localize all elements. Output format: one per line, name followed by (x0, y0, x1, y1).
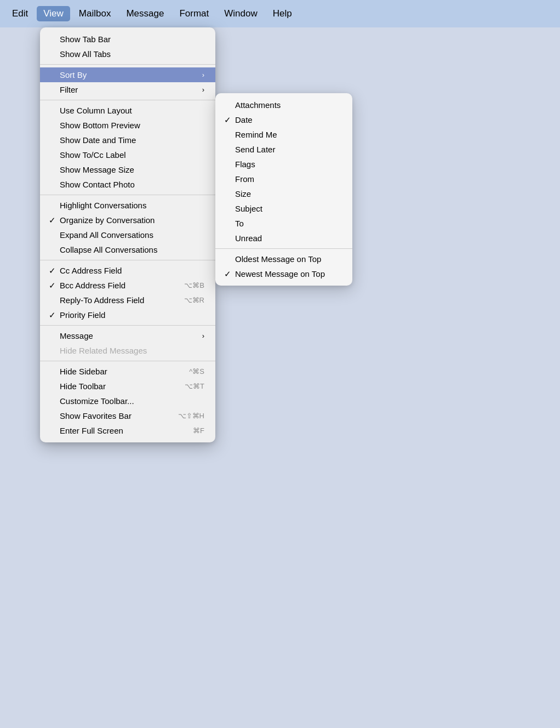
submenu-item-oldest-message-on-top[interactable]: Oldest Message on Top (215, 252, 352, 266)
organize-by-conversation-label: Organize by Conversation (60, 215, 155, 225)
submenu-item-date[interactable]: ✓ Date (215, 112, 352, 127)
hide-related-messages-label: Hide Related Messages (60, 346, 147, 355)
reply-to-address-field-label: Reply-To Address Field (60, 295, 144, 305)
unread-label: Unread (235, 234, 262, 243)
menu-item-show-bottom-preview[interactable]: Show Bottom Preview (40, 118, 215, 133)
show-contact-photo-label: Show Contact Photo (60, 180, 135, 189)
hide-toolbar-shortcut: ⌥⌘T (185, 382, 204, 390)
menu-item-highlight-conversations[interactable]: Highlight Conversations (40, 198, 215, 213)
menubar-item-help[interactable]: Help (266, 6, 299, 21)
hide-sidebar-label: Hide Sidebar (60, 367, 107, 376)
newest-message-on-top-check-icon: ✓ (224, 269, 231, 279)
use-column-layout-label: Use Column Layout (60, 106, 132, 115)
hide-sidebar-shortcut: ^⌘S (189, 367, 204, 376)
submenu-item-newest-message-on-top[interactable]: ✓ Newest Message on Top (215, 266, 352, 281)
menu-item-priority-field[interactable]: ✓ Priority Field (40, 308, 215, 322)
menu-item-show-favorites-bar[interactable]: Show Favorites Bar ⌥⇧⌘H (40, 408, 215, 423)
submenu-item-from[interactable]: From (215, 172, 352, 186)
menu-item-message[interactable]: Message › (40, 328, 215, 343)
menubar-item-window[interactable]: Window (218, 6, 264, 21)
separator-5 (40, 325, 215, 326)
show-all-tabs-label: Show All Tabs (60, 49, 111, 59)
dropdown-container: Show Tab Bar Show All Tabs Sort By › Fil… (40, 27, 215, 442)
menubar-item-mailbox[interactable]: Mailbox (72, 6, 118, 21)
separator-3 (40, 195, 215, 195)
submenu-item-to[interactable]: To (215, 216, 352, 231)
subject-label: Subject (235, 204, 262, 213)
date-label: Date (235, 115, 253, 124)
submenu-item-flags[interactable]: Flags (215, 157, 352, 172)
send-later-label: Send Later (235, 145, 275, 154)
enter-full-screen-label: Enter Full Screen (60, 426, 123, 435)
expand-all-conversations-label: Expand All Conversations (60, 230, 153, 240)
menu-item-reply-to-address-field[interactable]: Reply-To Address Field ⌥⌘R (40, 293, 215, 308)
menu-item-filter[interactable]: Filter › (40, 82, 215, 97)
from-label: From (235, 174, 254, 184)
show-favorites-bar-label: Show Favorites Bar (60, 411, 132, 420)
menu-item-show-message-size[interactable]: Show Message Size (40, 162, 215, 177)
sort-by-label: Sort By (60, 70, 87, 79)
message-arrow-icon: › (202, 332, 204, 340)
sort-by-arrow-icon: › (202, 71, 204, 79)
message-label: Message (60, 331, 93, 340)
menu-item-expand-all-conversations[interactable]: Expand All Conversations (40, 228, 215, 242)
separator-1 (40, 64, 215, 65)
bcc-address-field-label: Bcc Address Field (60, 281, 125, 290)
sort-by-submenu: Attachments ✓ Date Remind Me Send Later … (215, 93, 352, 286)
oldest-message-on-top-label: Oldest Message on Top (235, 254, 321, 264)
submenu-item-unread[interactable]: Unread (215, 231, 352, 246)
priority-field-label: Priority Field (60, 310, 105, 320)
menu-item-customize-toolbar[interactable]: Customize Toolbar... (40, 394, 215, 408)
show-favorites-bar-shortcut: ⌥⇧⌘H (178, 412, 204, 420)
reply-to-address-shortcut: ⌥⌘R (184, 296, 204, 304)
cc-address-field-label: Cc Address Field (60, 266, 122, 275)
hide-toolbar-label: Hide Toolbar (60, 382, 106, 391)
menu-item-hide-sidebar[interactable]: Hide Sidebar ^⌘S (40, 364, 215, 379)
to-label: To (235, 219, 244, 228)
show-bottom-preview-label: Show Bottom Preview (60, 121, 140, 130)
menu-item-enter-full-screen[interactable]: Enter Full Screen ⌘F (40, 423, 215, 438)
bcc-address-shortcut: ⌥⌘B (184, 281, 204, 289)
submenu-item-send-later[interactable]: Send Later (215, 142, 352, 157)
menubar-item-edit[interactable]: Edit (5, 6, 35, 21)
collapse-all-conversations-label: Collapse All Conversations (60, 245, 157, 254)
separator-2 (40, 100, 215, 100)
submenu-item-remind-me[interactable]: Remind Me (215, 127, 352, 142)
submenu-separator-1 (215, 248, 352, 249)
highlight-conversations-label: Highlight Conversations (60, 201, 146, 210)
customize-toolbar-label: Customize Toolbar... (60, 396, 134, 406)
date-check-icon: ✓ (224, 115, 231, 125)
enter-full-screen-shortcut: ⌘F (193, 426, 204, 435)
menubar-item-message[interactable]: Message (119, 6, 170, 21)
show-message-size-label: Show Message Size (60, 165, 134, 174)
submenu-item-attachments[interactable]: Attachments (215, 98, 352, 112)
submenu-item-size[interactable]: Size (215, 186, 352, 201)
separator-6 (40, 361, 215, 361)
bcc-address-check-icon: ✓ (49, 281, 56, 291)
size-label: Size (235, 189, 251, 198)
show-date-time-label: Show Date and Time (60, 135, 136, 145)
menu-item-hide-toolbar[interactable]: Hide Toolbar ⌥⌘T (40, 379, 215, 394)
menubar-item-format[interactable]: Format (173, 6, 215, 21)
attachments-label: Attachments (235, 100, 281, 110)
remind-me-label: Remind Me (235, 130, 277, 139)
menubar: Edit View Mailbox Message Format Window … (0, 0, 560, 27)
filter-label: Filter (60, 85, 78, 94)
menu-item-show-all-tabs[interactable]: Show All Tabs (40, 47, 215, 61)
priority-field-check-icon: ✓ (49, 310, 56, 320)
menu-item-show-tab-bar[interactable]: Show Tab Bar (40, 32, 215, 47)
menu-item-bcc-address-field[interactable]: ✓ Bcc Address Field ⌥⌘B (40, 278, 215, 293)
menu-item-show-date-time[interactable]: Show Date and Time (40, 133, 215, 147)
flags-label: Flags (235, 160, 255, 169)
submenu-item-subject[interactable]: Subject (215, 201, 352, 216)
menu-item-collapse-all-conversations[interactable]: Collapse All Conversations (40, 242, 215, 257)
menu-item-organize-by-conversation[interactable]: ✓ Organize by Conversation (40, 213, 215, 228)
menu-item-show-contact-photo[interactable]: Show Contact Photo (40, 177, 215, 192)
menu-item-use-column-layout[interactable]: Use Column Layout (40, 103, 215, 118)
newest-message-on-top-label: Newest Message on Top (235, 269, 325, 278)
menu-item-show-tocc-label[interactable]: Show To/Cc Label (40, 147, 215, 162)
menu-item-cc-address-field[interactable]: ✓ Cc Address Field (40, 263, 215, 278)
menu-item-sort-by[interactable]: Sort By › (40, 67, 215, 82)
menubar-item-view[interactable]: View (37, 6, 70, 21)
menu-item-hide-related-messages: Hide Related Messages (40, 343, 215, 358)
